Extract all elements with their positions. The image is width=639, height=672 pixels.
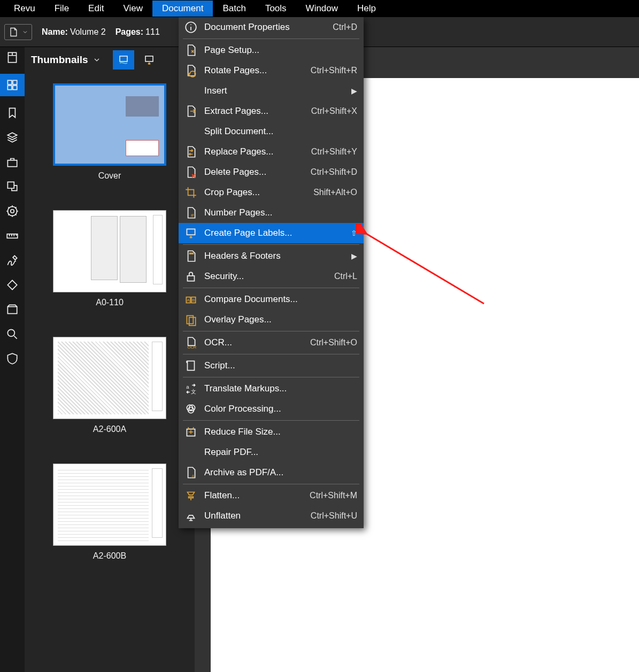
menu-item-delete-pages[interactable]: Delete Pages...Ctrl+Shift+D xyxy=(179,162,364,182)
document-dropdown-button[interactable] xyxy=(4,24,32,40)
menu-item-extract-pages[interactable]: Extract Pages...Ctrl+Shift+X xyxy=(179,101,364,121)
menu-item-shortcut: Ctrl+Shift+X xyxy=(311,106,357,116)
menu-item-color-processing[interactable]: Color Processing... xyxy=(179,399,364,419)
menu-file[interactable]: File xyxy=(45,1,79,17)
translate-icon: a文 xyxy=(183,381,199,397)
menu-item-label: Rotate Pages... xyxy=(204,65,311,76)
spaces-icon[interactable] xyxy=(4,179,20,195)
thumbnails-icon[interactable] xyxy=(0,74,25,96)
menu-document[interactable]: Document xyxy=(152,1,213,17)
measure-icon[interactable] xyxy=(4,228,20,244)
menu-item-label: Repair PDF... xyxy=(204,447,357,458)
menu-separator xyxy=(183,377,359,377)
svg-rect-23 xyxy=(189,318,196,326)
delete-page-icon xyxy=(183,164,199,180)
thumbnail-item[interactable]: A0-110 xyxy=(31,210,188,307)
sets-icon[interactable] xyxy=(4,302,20,318)
pages-value: 111 xyxy=(145,27,160,37)
thumbnail-caption: Cover xyxy=(98,171,121,181)
menu-item-label: Flatten... xyxy=(204,490,310,501)
menu-tools[interactable]: Tools xyxy=(256,1,296,17)
svg-rect-2 xyxy=(13,80,17,84)
page-setup-icon xyxy=(183,42,199,58)
menu-item-flatten[interactable]: Flatten...Ctrl+Shift+M xyxy=(179,485,364,506)
menu-edit[interactable]: Edit xyxy=(79,1,113,17)
menu-item-unflatten[interactable]: UnflattenCtrl+Shift+U xyxy=(179,506,364,526)
menu-item-split-document[interactable]: Split Document... xyxy=(179,121,364,142)
menu-item-shortcut: Shift+Alt+O xyxy=(313,188,357,197)
thumbnail-item[interactable]: A2-600B xyxy=(31,464,188,561)
thumbnail-item[interactable]: Cover xyxy=(31,83,188,181)
bookmarks-icon[interactable] xyxy=(4,105,20,121)
thumbnail-caption: A0-110 xyxy=(96,298,124,307)
thumbnail-caption: A2-600A xyxy=(93,424,126,434)
svg-point-10 xyxy=(7,329,14,336)
script-icon xyxy=(183,358,199,374)
thumbnails-header: Thumbnails xyxy=(25,47,195,73)
properties-icon[interactable] xyxy=(4,203,20,219)
menu-item-security[interactable]: Security...Ctrl+L xyxy=(179,266,364,287)
menu-item-repair-pdf[interactable]: Repair PDF... xyxy=(179,442,364,462)
menu-item-reduce-file-size[interactable]: Reduce File Size... xyxy=(179,422,364,442)
menu-item-number-pages[interactable]: #Number Pages... xyxy=(179,203,364,223)
svg-rect-5 xyxy=(7,160,17,167)
left-icon-rail xyxy=(0,47,25,672)
menu-item-page-setup[interactable]: Page Setup... xyxy=(179,40,364,60)
file-access-icon[interactable] xyxy=(4,49,20,65)
svg-rect-9 xyxy=(7,307,17,314)
menu-item-replace-pages[interactable]: Replace Pages...Ctrl+Shift+Y xyxy=(179,142,364,162)
svg-text:#: # xyxy=(191,212,194,218)
menu-batch[interactable]: Batch xyxy=(213,1,255,17)
blank-icon xyxy=(183,444,199,460)
crop-icon xyxy=(183,184,199,200)
menu-item-script[interactable]: Script... xyxy=(179,356,364,376)
menu-item-label: Number Pages... xyxy=(204,207,357,218)
menu-revu[interactable]: Revu xyxy=(4,1,45,17)
menu-item-shortcut: Ctrl+D xyxy=(333,22,357,32)
signatures-icon[interactable] xyxy=(4,252,20,268)
links-icon[interactable] xyxy=(4,277,20,293)
layers-icon[interactable] xyxy=(4,129,20,145)
menu-help[interactable]: Help xyxy=(348,1,386,17)
menu-item-label: Overlay Pages... xyxy=(204,314,357,325)
menu-item-compare-documents[interactable]: ABCompare Documents... xyxy=(179,289,364,310)
studio-icon[interactable] xyxy=(4,351,20,367)
menu-item-document-properties[interactable]: Document PropertiesCtrl+D xyxy=(179,17,364,37)
lock-icon xyxy=(183,268,199,284)
menu-item-ocr[interactable]: OCROCR...Ctrl+Shift+O xyxy=(179,333,364,353)
name-value: Volume 2 xyxy=(70,27,106,37)
menu-item-shortcut: Ctrl+Shift+U xyxy=(311,511,357,521)
menu-item-label: Headers & Footers xyxy=(204,251,357,261)
svg-rect-4 xyxy=(13,86,17,90)
blank-icon xyxy=(183,83,199,99)
menu-separator xyxy=(183,420,359,421)
menu-item-label: Document Properties xyxy=(204,22,333,33)
search-icon[interactable] xyxy=(4,326,20,342)
menu-item-crop-pages[interactable]: Crop Pages...Shift+Alt+O xyxy=(179,182,364,203)
menu-view[interactable]: View xyxy=(113,1,152,17)
rotate-icon xyxy=(183,63,199,79)
menu-item-overlay-pages[interactable]: Overlay Pages... xyxy=(179,310,364,330)
svg-text:A: A xyxy=(187,298,190,303)
menu-item-archive-as-pdf-a[interactable]: AArchive as PDF/A... xyxy=(179,462,364,483)
menu-item-insert[interactable]: Insert▶ xyxy=(179,81,364,101)
svg-text:a: a xyxy=(186,384,189,390)
menu-item-label: Split Document... xyxy=(204,126,357,137)
thumbnails-list: CoverA0-110A2-600AA2-600B xyxy=(25,73,195,672)
unflatten-icon xyxy=(183,508,199,524)
reduce-icon xyxy=(183,424,199,440)
chevron-down-icon[interactable] xyxy=(93,56,101,64)
menu-item-shortcut: Ctrl+L xyxy=(334,272,357,281)
thumbnail-item[interactable]: A2-600A xyxy=(31,337,188,434)
menu-item-headers-footers[interactable]: Headers & Footers▶ xyxy=(179,246,364,266)
tool-chest-icon[interactable] xyxy=(4,154,20,170)
blank-icon xyxy=(183,123,199,140)
menu-item-create-page-labels[interactable]: Create Page Labels...⇧ xyxy=(179,223,364,243)
menu-item-label: Insert xyxy=(204,86,357,96)
menu-item-translate-markups[interactable]: a文Translate Markups... xyxy=(179,379,364,399)
thumbnail-mode-create-label[interactable] xyxy=(138,50,160,69)
menu-window[interactable]: Window xyxy=(296,1,348,17)
menu-item-rotate-pages[interactable]: Rotate Pages...Ctrl+Shift+R xyxy=(179,60,364,81)
thumbnail-mode-page-label[interactable] xyxy=(113,50,134,69)
svg-text:B: B xyxy=(192,298,195,303)
